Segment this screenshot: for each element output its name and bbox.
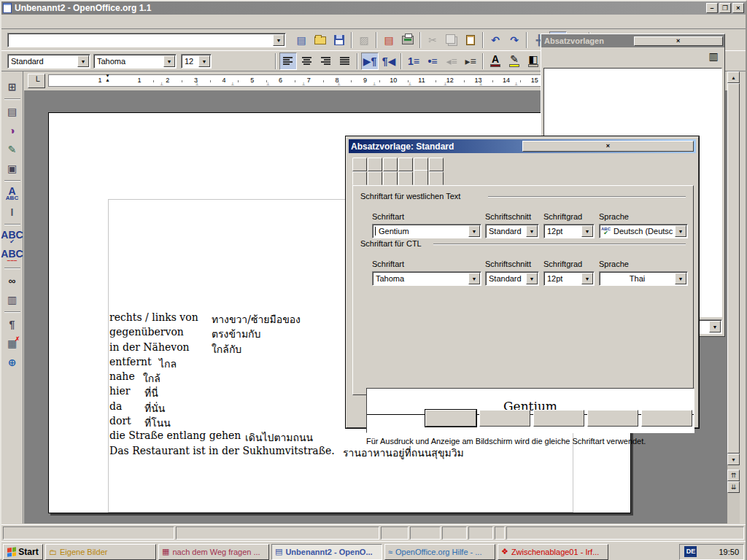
- close-button[interactable]: ×: [732, 3, 744, 13]
- task-icon: ▤: [275, 547, 282, 556]
- scrollbar-thumb[interactable]: [727, 83, 740, 454]
- dialog-tab[interactable]: [368, 171, 382, 185]
- chevron-down-icon[interactable]: ▼: [198, 55, 210, 67]
- menu-item[interactable]: [76, 20, 86, 23]
- start-button[interactable]: Start: [3, 544, 43, 560]
- separator: [4, 268, 20, 269]
- title-bar[interactable]: Unbenannt2 - OpenOffice.org 1.1 – ❐ ×: [1, 1, 746, 15]
- field-combobox[interactable]: ABC✔ Gentium ▼: [372, 224, 481, 238]
- dialog-tab[interactable]: [383, 171, 398, 185]
- menu-item[interactable]: [55, 20, 66, 23]
- dialog-tab[interactable]: [383, 158, 398, 171]
- vertical-scrollbar[interactable]: ▲ ▼ ⇈ ⇊: [727, 71, 740, 524]
- dialog-close-button[interactable]: ×: [522, 141, 694, 152]
- menu-item[interactable]: [45, 20, 55, 23]
- chevron-down-icon[interactable]: ▼: [468, 273, 480, 284]
- dialog-tab[interactable]: [352, 171, 367, 185]
- field-combobox[interactable]: ABC✔ Standard ▼: [485, 224, 539, 238]
- separator: [526, 32, 527, 48]
- ruler-number: 5: [249, 77, 255, 84]
- separator: [400, 53, 402, 69]
- ruler-mark: [182, 80, 182, 82]
- menu-item[interactable]: [25, 20, 35, 23]
- german-text: gegenübervon: [109, 326, 184, 338]
- windows-logo-icon: [7, 547, 16, 556]
- paragraph-style-dialog: Absatzvorlage: Standard × Schriftart für…: [346, 136, 699, 428]
- taskbar-button[interactable]: ❖ Zwischenablage01 - Irf...: [498, 544, 608, 560]
- dialog-button[interactable]: [533, 410, 584, 427]
- field-combobox[interactable]: ABC✔ Deutsch (Deutsc ▼: [599, 224, 688, 238]
- field-combobox[interactable]: ABC✔ Thai ▼: [599, 271, 688, 286]
- field-combobox[interactable]: ABC✔ Standard ▼: [485, 271, 539, 286]
- separator: [4, 98, 20, 100]
- scroll-up-icon[interactable]: ▲: [727, 71, 740, 83]
- menu-item[interactable]: [66, 20, 76, 23]
- ruler-mark: [238, 80, 239, 82]
- stylist-title-bar[interactable]: Absatzvorlagen ×: [541, 34, 724, 47]
- chevron-down-icon[interactable]: ▼: [273, 34, 285, 46]
- chevron-down-icon[interactable]: ▼: [526, 273, 538, 284]
- next-page-icon[interactable]: ⇊: [727, 481, 740, 493]
- menu-item[interactable]: [4, 20, 15, 23]
- menu-item[interactable]: [15, 20, 25, 23]
- maximize-button[interactable]: ❐: [719, 3, 731, 13]
- ruler-mark: ⊥: [514, 82, 518, 86]
- separator: [351, 32, 352, 48]
- task-icon: 🗀: [49, 548, 57, 556]
- menu-bar: [1, 15, 746, 29]
- chevron-down-icon[interactable]: ▼: [163, 55, 175, 67]
- dialog-button[interactable]: [641, 410, 692, 427]
- dialog-tab[interactable]: [368, 158, 382, 171]
- ruler-mark: [153, 80, 154, 82]
- dialog-tab[interactable]: [398, 158, 413, 171]
- paragraph-style-combobox[interactable]: Standard ▼: [7, 54, 90, 69]
- group-legend: Schriftart für westlichen Text: [360, 192, 686, 201]
- dialog-tab[interactable]: [352, 158, 367, 171]
- taskbar-button[interactable]: 🗀 Eigene Bilder: [45, 544, 156, 560]
- url-combobox[interactable]: ▼: [7, 33, 286, 47]
- chevron-down-icon[interactable]: ▼: [675, 225, 686, 237]
- thai-text: ตรงข้ามกับ: [212, 326, 260, 342]
- dialog-tab[interactable]: [429, 171, 444, 185]
- chevron-down-icon[interactable]: ▼: [581, 273, 593, 284]
- scroll-down-icon[interactable]: ▼: [727, 454, 740, 465]
- taskbar-button[interactable]: ≈ OpenOffice.org Hilfe - ...: [384, 544, 495, 560]
- field-combobox[interactable]: ABC✔ 12pt ▼: [543, 271, 595, 286]
- tab-type-button[interactable]: └: [28, 74, 45, 88]
- menu-item[interactable]: [35, 20, 45, 23]
- indent-marker[interactable]: ▼▲: [104, 74, 111, 82]
- field-label: Schriftart: [372, 212, 481, 221]
- font-field: Schriftgrad ABC✔ 12pt ▼: [543, 212, 595, 238]
- dialog-tab[interactable]: [429, 158, 444, 171]
- taskbar: Start 🗀 Eigene Bilder ▦ nach dem Weg fra…: [1, 541, 746, 560]
- dialog-title-bar[interactable]: Absatzvorlage: Standard ×: [349, 139, 696, 153]
- chevron-down-icon[interactable]: ▼: [468, 225, 480, 237]
- chevron-down-icon[interactable]: ▼: [526, 225, 538, 237]
- minimize-button[interactable]: –: [706, 3, 718, 13]
- chevron-down-icon[interactable]: ▼: [77, 55, 89, 67]
- previous-page-icon[interactable]: ⇈: [727, 470, 740, 481]
- field-combobox[interactable]: ABC✔ Tahoma ▼: [372, 271, 481, 286]
- font-size-combobox[interactable]: 12 ▼: [181, 54, 212, 69]
- dialog-button[interactable]: [425, 410, 476, 427]
- dialog-button[interactable]: [587, 410, 638, 427]
- dialog-buttons: [347, 410, 692, 427]
- stylist-close-button[interactable]: ×: [634, 36, 724, 46]
- chevron-down-icon[interactable]: ▼: [709, 321, 721, 332]
- font-name-combobox[interactable]: Tahoma ▼: [93, 54, 177, 69]
- chevron-down-icon[interactable]: ▼: [581, 225, 593, 237]
- font-field: Schriftschnitt ABC✔ Standard ▼: [485, 260, 539, 286]
- dialog-tab[interactable]: [398, 171, 413, 185]
- dialog-tab[interactable]: [414, 170, 428, 185]
- dialog-title: Absatzvorlage: Standard: [351, 141, 521, 152]
- dialog-button[interactable]: [479, 410, 530, 427]
- ruler-number: 2: [164, 77, 171, 84]
- ruler-mark: [210, 80, 211, 82]
- field-combobox[interactable]: ABC✔ 12pt ▼: [543, 224, 595, 238]
- taskbar-button[interactable]: ▤ Unbenannt2 - OpenO...: [271, 544, 382, 560]
- chevron-down-icon[interactable]: ▼: [675, 273, 686, 284]
- font-field: Schriftart ABC✔ Gentium ▼: [372, 212, 481, 238]
- keyboard-layout-indicator[interactable]: DE: [684, 546, 697, 557]
- taskbar-button[interactable]: ▦ nach dem Weg fragen ...: [158, 544, 269, 560]
- new-style-from-selection-icon[interactable]: ▥: [706, 49, 721, 63]
